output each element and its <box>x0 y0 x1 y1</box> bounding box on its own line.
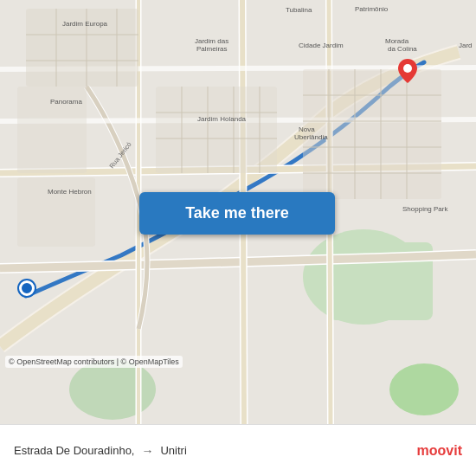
svg-rect-11 <box>156 87 277 173</box>
route-to: Unitri <box>160 444 186 457</box>
svg-text:Palmeiras: Palmeiras <box>196 45 228 53</box>
svg-text:Jardim Europa: Jardim Europa <box>62 20 108 28</box>
svg-text:Cidade Jardim: Cidade Jardim <box>299 42 344 49</box>
svg-text:Monte Hebron: Monte Hebron <box>48 188 92 196</box>
svg-point-4 <box>69 359 156 420</box>
destination-pin <box>398 59 417 83</box>
svg-text:Tubalina: Tubalina <box>286 6 312 14</box>
svg-text:Uberlândia: Uberlândia <box>294 133 328 141</box>
moovit-brand-text: moovit <box>417 443 462 459</box>
map-container: Tubalina Patrimônio Jardim Europa Morada… <box>0 0 476 424</box>
svg-text:Nova: Nova <box>299 125 315 133</box>
svg-text:Shopping Park: Shopping Park <box>402 205 448 213</box>
svg-point-45 <box>403 64 412 73</box>
svg-text:da Colina: da Colina <box>388 45 417 53</box>
svg-text:Patrimônio: Patrimônio <box>355 5 389 13</box>
svg-text:Panorama: Panorama <box>50 98 82 106</box>
take-me-there-label: Take me there <box>185 204 289 222</box>
svg-point-3 <box>389 363 459 415</box>
svg-text:Jard: Jard <box>459 42 473 49</box>
route-info: Estrada De Douradinho, → Unitri <box>14 444 187 458</box>
svg-text:Jardim das: Jardim das <box>195 37 228 45</box>
route-arrow: → <box>141 444 153 458</box>
origin-dot <box>19 280 35 296</box>
take-me-there-button[interactable]: Take me there <box>139 192 335 235</box>
svg-text:Morada: Morada <box>385 37 409 45</box>
moovit-logo: moovit <box>417 443 462 459</box>
bottom-bar: Estrada De Douradinho, → Unitri moovit <box>0 424 476 476</box>
svg-text:Jardim Holanda: Jardim Holanda <box>197 115 247 123</box>
map-attribution: © OpenStreetMap contributors | © OpenMap… <box>5 356 183 368</box>
route-from: Estrada De Douradinho, <box>14 444 134 457</box>
